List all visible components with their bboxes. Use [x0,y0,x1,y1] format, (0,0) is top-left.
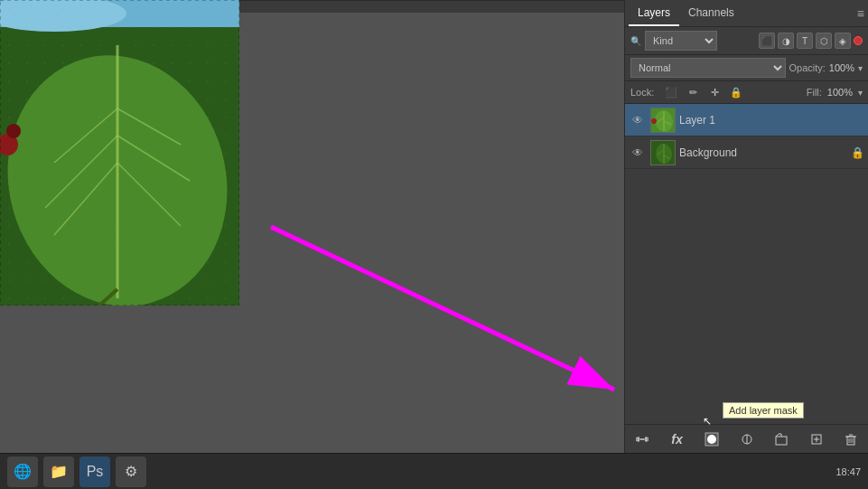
lock-all-btn[interactable]: 🔒 [728,84,744,100]
tab-layers[interactable]: Layers [629,1,679,26]
taskbar-item-files[interactable]: 📁 [43,456,74,487]
layers-panel: Layers Channels ≡ 🔍 Kind ⬛ ◑ T ⬡ ◈ Norma… [624,0,868,453]
filter-kind-dropdown[interactable]: Kind [645,31,717,51]
filter-text-icon[interactable]: T [797,33,813,49]
opacity-value[interactable]: 100% [829,62,854,73]
lock-fill-row: Lock: ⬛ ✏ ✛ 🔒 Fill: 100% ▾ [625,81,868,104]
svg-point-13 [6,124,21,138]
mask-icon [705,432,719,447]
opacity-chevron: ▾ [858,63,863,73]
svg-line-17 [271,227,614,390]
taskbar: 🌐 📁 Ps ⚙ 18:47 [0,453,868,489]
fill-label: Fill: [807,87,822,98]
svg-point-32 [707,435,716,444]
layer1-visibility-toggle[interactable]: 👁 [629,111,647,129]
new-layer-icon [810,433,823,446]
filter-pixel-icon[interactable]: ⬛ [759,33,775,49]
layer-fx-button[interactable]: fx [667,429,687,449]
lock-transparent-btn[interactable]: ⬛ [663,84,679,100]
link-layers-button[interactable] [632,429,652,449]
blend-opacity-row: Normal Opacity: 100% ▾ [625,55,868,81]
tab-channels[interactable]: Channels [679,1,743,26]
filter-adjustment-icon[interactable]: ◑ [778,33,794,49]
lock-position-btn[interactable]: ✛ [706,84,723,100]
panel-menu-button[interactable]: ≡ [857,6,864,21]
filter-icons-row: ⬛ ◑ T ⬡ ◈ [759,33,863,49]
svg-rect-35 [776,437,787,445]
search-icon: 🔍 [630,36,641,46]
svg-point-23 [651,118,657,124]
delete-layer-button[interactable] [841,429,861,449]
taskbar-clock: 18:47 [835,466,861,477]
svg-rect-10 [0,0,239,306]
taskbar-item-browser[interactable]: 🌐 [7,456,38,487]
fill-chevron: ▾ [858,88,863,98]
filter-smart-icon[interactable]: ◈ [835,33,851,49]
background-name: Background [679,146,847,159]
add-mask-button[interactable] [702,429,722,449]
taskbar-item-photoshop[interactable]: Ps [79,456,110,487]
layer-row-layer1[interactable]: 👁 Layer 1 [625,104,868,136]
background-thumbnail [650,140,676,165]
lock-label: Lock: [630,87,654,98]
trash-icon [845,433,857,446]
panel-tabs-bar: Layers Channels ≡ [625,0,868,27]
layers-list: 👁 Layer 1 👁 [625,104,868,424]
canvas-image [0,0,239,306]
folder-icon [775,433,788,446]
layer-row-background[interactable]: 👁 Background 🔒 [625,136,868,169]
fill-value[interactable]: 100% [827,87,853,98]
lock-pixels-btn[interactable]: ✏ [685,84,701,100]
layer1-thumbnail [650,108,676,133]
blend-mode-dropdown[interactable]: Normal [630,58,786,78]
new-fill-layer-button[interactable] [737,429,757,449]
background-visibility-toggle[interactable]: 👁 [629,144,647,162]
link-icon [636,433,649,446]
panel-bottom-toolbar: fx [625,424,868,453]
adjustment-icon [741,433,753,446]
new-group-button[interactable] [771,429,791,449]
background-lock-icon: 🔒 [851,146,864,159]
filter-shape-icon[interactable]: ⬡ [816,33,832,49]
leaf-svg [0,0,239,306]
filter-bar: 🔍 Kind ⬛ ◑ T ⬡ ◈ [625,27,868,55]
opacity-label: Opacity: [789,62,826,73]
layer1-name: Layer 1 [679,114,864,127]
arrow-annotation [226,218,624,426]
new-layer-button[interactable] [807,429,826,449]
filter-toggle-circle[interactable] [854,36,863,45]
taskbar-item-settings[interactable]: ⚙ [116,456,146,487]
